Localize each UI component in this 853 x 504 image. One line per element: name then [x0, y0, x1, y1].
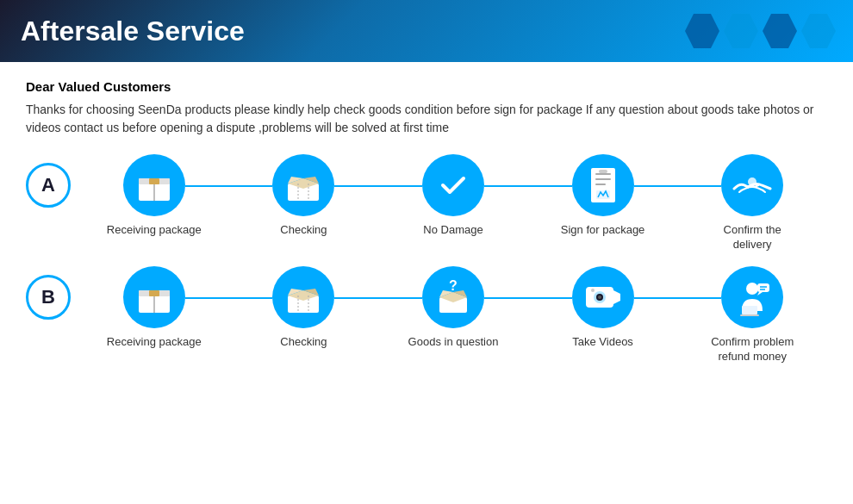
step-b-5-icon	[721, 266, 783, 328]
service-row-b: B Receiving package	[26, 266, 827, 364]
step-b-4-label: Take Videos	[572, 335, 633, 350]
step-b-3-icon: ?	[422, 266, 484, 328]
step-b-2-line	[334, 297, 422, 299]
header: Aftersale Service	[0, 0, 853, 62]
svg-rect-40	[740, 314, 759, 316]
step-a-3-icon	[422, 154, 484, 216]
step-b-2-label: Checking	[280, 335, 327, 350]
step-b-1-line	[185, 297, 273, 299]
svg-rect-15	[599, 170, 607, 173]
service-row-a: A Receiving package	[26, 154, 827, 252]
step-a-2: Checking	[229, 154, 379, 238]
row-a-steps: Receiving package	[79, 154, 827, 252]
svg-rect-13	[595, 184, 606, 185]
content-area: Dear Valued Customers Thanks for choosin…	[0, 62, 853, 387]
step-b-3: ? Goods in question	[378, 266, 528, 350]
step-a-4-line	[634, 185, 722, 187]
svg-point-36	[591, 289, 595, 292]
step-b-4-line	[634, 297, 722, 299]
svg-marker-42	[757, 292, 763, 296]
hex-3	[763, 14, 797, 48]
step-a-4-label: Sign for package	[561, 223, 645, 238]
step-b-1: Receiving package	[79, 266, 229, 350]
hex-4	[801, 14, 836, 48]
svg-rect-11	[595, 173, 611, 175]
step-b-2-icon	[272, 266, 334, 328]
hex-1	[685, 14, 719, 48]
step-b-1-icon	[123, 266, 185, 328]
step-a-3: No Damage	[378, 154, 528, 238]
step-a-3-line	[484, 185, 572, 187]
step-a-1: Receiving package	[79, 154, 229, 238]
step-b-5: Confirm problem refund money	[677, 266, 827, 364]
step-b-4-icon	[572, 266, 634, 328]
step-a-1-label: Receiving package	[107, 223, 202, 238]
svg-point-16	[748, 177, 756, 186]
step-b-4: Take Videos	[528, 266, 678, 350]
hex-2	[724, 14, 758, 48]
step-a-1-line	[185, 185, 273, 187]
page-title: Aftersale Service	[21, 16, 245, 47]
svg-text:?: ?	[449, 278, 458, 293]
description-text: Thanks for choosing SeenDa products plea…	[26, 101, 827, 137]
row-b-steps: Receiving package	[79, 266, 827, 364]
step-b-1-label: Receiving package	[107, 335, 202, 350]
step-b-3-line	[484, 297, 572, 299]
svg-rect-41	[757, 283, 769, 292]
step-b-5-label: Confirm problem refund money	[705, 335, 800, 364]
greeting-text: Dear Valued Customers	[26, 79, 827, 94]
svg-marker-37	[613, 290, 620, 304]
svg-rect-12	[595, 178, 611, 180]
step-a-4-icon	[572, 154, 634, 216]
svg-rect-3	[149, 178, 159, 184]
step-a-3-label: No Damage	[423, 223, 483, 238]
step-b-3-label: Goods in question	[408, 335, 499, 350]
header-decoration	[681, 0, 836, 62]
step-a-5-icon	[721, 154, 783, 216]
svg-point-35	[598, 296, 601, 299]
step-a-4: Sign for package	[528, 154, 678, 238]
step-b-2: Checking	[229, 266, 379, 350]
step-a-2-line	[334, 185, 422, 187]
svg-rect-20	[149, 290, 159, 296]
step-a-5: Confirm the delivery	[677, 154, 827, 252]
row-b-label: B	[26, 275, 71, 320]
svg-point-38	[746, 283, 758, 295]
row-a-label: A	[26, 163, 71, 208]
step-a-2-icon	[272, 154, 334, 216]
step-a-5-label: Confirm the delivery	[705, 223, 800, 252]
step-a-2-label: Checking	[280, 223, 327, 238]
svg-rect-39	[742, 306, 757, 314]
step-a-1-icon	[123, 154, 185, 216]
